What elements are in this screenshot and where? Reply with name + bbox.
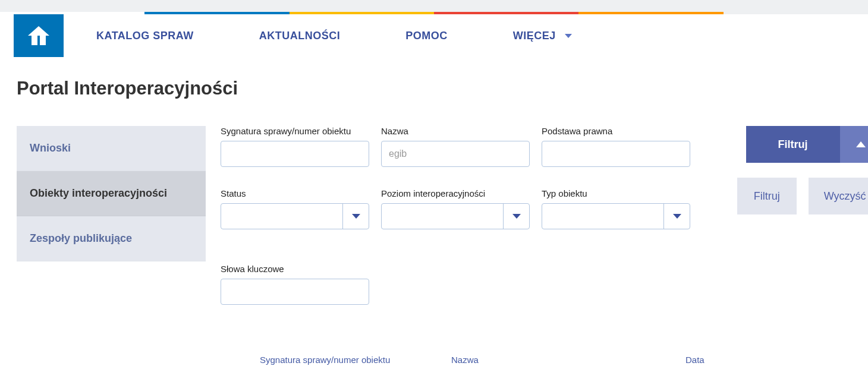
keywords-label: Słowa kluczowe (221, 264, 369, 274)
keywords-input[interactable] (221, 279, 369, 305)
chevron-up-icon (856, 141, 866, 147)
nav-news[interactable]: AKTUALNOŚCI (259, 30, 341, 42)
level-label: Poziom interoperacyjności (381, 188, 530, 198)
column-signature[interactable]: Sygnatura sprawy/numer obiektu (260, 355, 451, 365)
status-label: Status (221, 188, 369, 198)
table-header: Sygnatura sprawy/numer obiektu Nazwa Dat… (221, 346, 705, 366)
nav-more-label: WIĘCEJ (513, 30, 556, 42)
page-title: Portal Interoperacyjności (17, 78, 851, 99)
sidebar-item-requests[interactable]: Wnioski (17, 126, 206, 171)
level-select[interactable] (381, 203, 530, 229)
filter-toggle-button[interactable]: Filtruj (746, 126, 840, 163)
legal-basis-input[interactable] (542, 141, 690, 167)
sidebar: Wnioski Obiekty interoperacyjności Zespo… (17, 126, 206, 261)
nav-help[interactable]: POMOC (405, 30, 448, 42)
filter-button[interactable]: Filtruj (737, 178, 797, 214)
legal-basis-label: Podstawa prawna (542, 126, 690, 136)
filter-toggle: Filtruj (737, 126, 868, 163)
main-nav: KATALOG SPRAW AKTUALNOŚCI POMOC WIĘCEJ (0, 14, 868, 57)
chevron-down-icon (565, 34, 572, 38)
column-date[interactable]: Data (685, 355, 705, 365)
type-label: Typ obiektu (542, 188, 690, 198)
column-name[interactable]: Nazwa (451, 355, 685, 365)
nav-more[interactable]: WIĘCEJ (513, 30, 572, 42)
color-strip (0, 12, 868, 14)
status-select[interactable] (221, 203, 369, 229)
chevron-down-icon (352, 214, 360, 219)
chevron-down-icon (512, 214, 521, 219)
svg-marker-0 (28, 26, 49, 36)
nav-catalog[interactable]: KATALOG SPRAW (96, 30, 194, 42)
filters-region: Sygnatura sprawy/numer obiektu Nazwa Pod… (221, 126, 705, 366)
clear-button[interactable]: Wyczyść (809, 178, 868, 214)
svg-rect-2 (40, 36, 46, 45)
signature-label: Sygnatura sprawy/numer obiektu (221, 126, 369, 136)
sidebar-item-teams[interactable]: Zespoły publikujące (17, 216, 206, 261)
top-bar (0, 0, 868, 12)
name-input[interactable] (381, 141, 530, 167)
chevron-down-icon (673, 214, 681, 219)
sidebar-item-interop-objects[interactable]: Obiekty interoperacyjności (17, 171, 206, 216)
filter-collapse-button[interactable] (840, 126, 868, 163)
name-label: Nazwa (381, 126, 530, 136)
home-icon (27, 25, 51, 46)
signature-input[interactable] (221, 141, 369, 167)
type-select[interactable] (542, 203, 690, 229)
home-button[interactable] (14, 14, 64, 57)
svg-rect-1 (32, 36, 37, 45)
